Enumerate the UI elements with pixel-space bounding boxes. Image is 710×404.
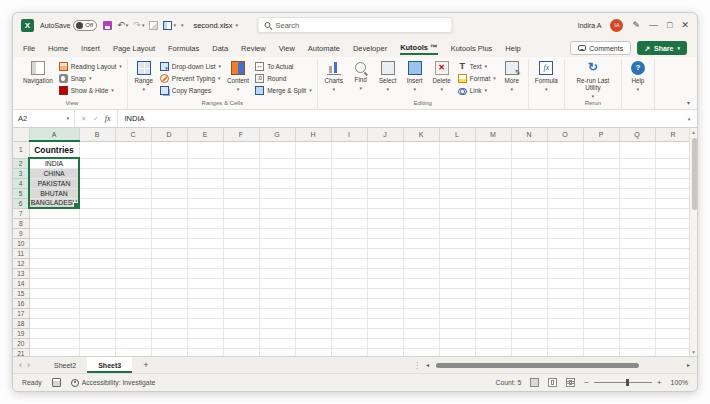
cell-A12[interactable] [29, 258, 79, 268]
cell-Q5[interactable] [619, 188, 655, 198]
cell-N8[interactable] [511, 218, 547, 228]
cell-D15[interactable] [151, 288, 187, 298]
cell-N19[interactable] [511, 328, 547, 338]
column-header-n[interactable]: N [511, 128, 547, 141]
cell-C11[interactable] [115, 248, 151, 258]
cell-A20[interactable] [29, 338, 79, 348]
ribbon-button-range[interactable]: Range▾ [131, 59, 157, 92]
cell-O18[interactable] [547, 318, 583, 328]
cell-H17[interactable] [295, 308, 331, 318]
cell-N14[interactable] [511, 278, 547, 288]
cell-D21[interactable] [151, 348, 187, 356]
cell-R11[interactable] [655, 248, 691, 258]
cell-O2[interactable] [547, 158, 583, 168]
cell-C7[interactable] [115, 208, 151, 218]
cell-J8[interactable] [367, 218, 403, 228]
cell-L21[interactable] [439, 348, 475, 356]
cell-C20[interactable] [115, 338, 151, 348]
cell-I2[interactable] [331, 158, 367, 168]
row-header-4[interactable]: 4 [13, 178, 29, 188]
cell-Q2[interactable] [619, 158, 655, 168]
cell-L10[interactable] [439, 238, 475, 248]
close-button[interactable]: ✕ [681, 21, 689, 30]
cell-G18[interactable] [259, 318, 295, 328]
cell-M16[interactable] [475, 298, 511, 308]
tab-home[interactable]: Home [48, 44, 68, 55]
cell-I17[interactable] [331, 308, 367, 318]
cell-E8[interactable] [187, 218, 223, 228]
cell-O15[interactable] [547, 288, 583, 298]
cell-K10[interactable] [403, 238, 439, 248]
cell-J21[interactable] [367, 348, 403, 356]
cell-O5[interactable] [547, 188, 583, 198]
cell-B19[interactable] [79, 328, 115, 338]
cell-J13[interactable] [367, 268, 403, 278]
cell-G5[interactable] [259, 188, 295, 198]
cell-Q16[interactable] [619, 298, 655, 308]
cell-E17[interactable] [187, 308, 223, 318]
cell-L5[interactable] [439, 188, 475, 198]
column-header-j[interactable]: J [367, 128, 403, 141]
cell-P21[interactable] [583, 348, 619, 356]
draw-pencil-icon[interactable]: ✎ [632, 21, 640, 30]
cell-K1[interactable] [403, 141, 439, 158]
cell-J5[interactable] [367, 188, 403, 198]
cell-K5[interactable] [403, 188, 439, 198]
column-header-c[interactable]: C [115, 128, 151, 141]
cell-C15[interactable] [115, 288, 151, 298]
cell-Q3[interactable] [619, 168, 655, 178]
cell-H10[interactable] [295, 238, 331, 248]
cell-M6[interactable] [475, 198, 511, 208]
cell-O7[interactable] [547, 208, 583, 218]
tab-file[interactable]: File [23, 44, 35, 55]
cell-Q21[interactable] [619, 348, 655, 356]
cell-R9[interactable] [655, 228, 691, 238]
cell-B7[interactable] [79, 208, 115, 218]
cell-B14[interactable] [79, 278, 115, 288]
vertical-scrollbar[interactable]: ▲ ▼ [689, 128, 697, 356]
cell-Q7[interactable] [619, 208, 655, 218]
column-header-i[interactable]: I [331, 128, 367, 141]
tab-kutools-plus[interactable]: Kutools Plus [451, 44, 493, 55]
cell-M8[interactable] [475, 218, 511, 228]
cell-P14[interactable] [583, 278, 619, 288]
cell-I4[interactable] [331, 178, 367, 188]
ribbon-button-prevent-typing[interactable]: Prevent Typing▾ [158, 73, 223, 84]
cell-R13[interactable] [655, 268, 691, 278]
column-header-p[interactable]: P [583, 128, 619, 141]
macro-record-icon[interactable] [52, 378, 61, 387]
cell-E13[interactable] [187, 268, 223, 278]
ribbon-button-insert[interactable]: Insert▾ [402, 59, 428, 92]
cell-M15[interactable] [475, 288, 511, 298]
cell-O21[interactable] [547, 348, 583, 356]
cell-D1[interactable] [151, 141, 187, 158]
cell-A19[interactable] [29, 328, 79, 338]
cell-Q17[interactable] [619, 308, 655, 318]
cell-C5[interactable] [115, 188, 151, 198]
cell-H19[interactable] [295, 328, 331, 338]
cell-F10[interactable] [223, 238, 259, 248]
cell-K15[interactable] [403, 288, 439, 298]
ribbon-button-re-run-last-utility[interactable]: Re-run Last Utility▾ [568, 59, 618, 99]
column-header-d[interactable]: D [151, 128, 187, 141]
cell-L9[interactable] [439, 228, 475, 238]
save-button[interactable] [103, 21, 112, 30]
ribbon-button-text[interactable]: Text▾ [456, 61, 498, 72]
cell-A17[interactable] [29, 308, 79, 318]
cell-Q12[interactable] [619, 258, 655, 268]
cell-N1[interactable] [511, 141, 547, 158]
cell-H12[interactable] [295, 258, 331, 268]
cell-F2[interactable] [223, 158, 259, 168]
cell-C18[interactable] [115, 318, 151, 328]
cell-I1[interactable] [331, 141, 367, 158]
cell-Q6[interactable] [619, 198, 655, 208]
cell-F4[interactable] [223, 178, 259, 188]
cell-N10[interactable] [511, 238, 547, 248]
cell-J9[interactable] [367, 228, 403, 238]
cell-K6[interactable] [403, 198, 439, 208]
cell-O19[interactable] [547, 328, 583, 338]
cell-I18[interactable] [331, 318, 367, 328]
cell-Q8[interactable] [619, 218, 655, 228]
ribbon-button-navigation[interactable]: Navigation [20, 59, 56, 84]
cell-M17[interactable] [475, 308, 511, 318]
